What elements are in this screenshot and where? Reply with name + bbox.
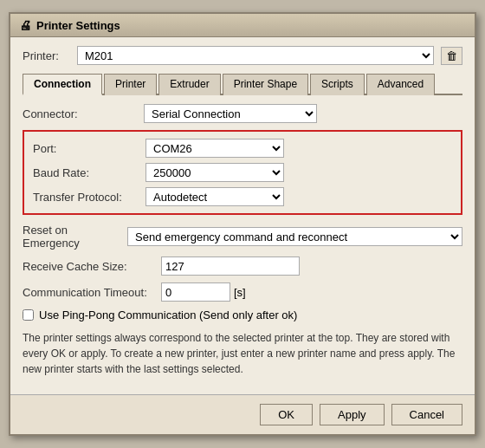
dialog-title: Printer Settings (36, 19, 120, 32)
port-select[interactable]: COM26 (146, 139, 284, 158)
protocol-select[interactable]: Autodetect (146, 187, 284, 206)
printer-row: Printer: M201 🗑 (23, 46, 462, 65)
title-bar: 🖨 Printer Settings (10, 14, 475, 37)
tab-printer-shape[interactable]: Printer Shape (223, 74, 308, 95)
tab-advanced[interactable]: Advanced (366, 74, 435, 95)
printer-label: Printer: (23, 49, 70, 62)
printer-icon: 🖨 (19, 18, 31, 32)
serial-settings-box: Port: COM26 Baud Rate: 250000 Transfer P… (23, 130, 462, 215)
timeout-unit: [s] (234, 286, 246, 299)
protocol-row: Transfer Protocol: Autodetect (33, 187, 452, 206)
timeout-label: Communication Timeout: (23, 286, 161, 299)
printer-settings-dialog: 🖨 Printer Settings Printer: M201 🗑 Conne… (9, 12, 476, 436)
baud-select[interactable]: 250000 (146, 163, 284, 182)
cache-input[interactable] (161, 256, 300, 276)
baud-row: Baud Rate: 250000 (33, 163, 452, 182)
timeout-input[interactable] (161, 282, 230, 302)
delete-printer-button[interactable]: 🗑 (441, 47, 462, 65)
pingpong-label: Use Ping-Pong Communication (Send only a… (39, 308, 297, 321)
reset-select[interactable]: Send emergency command and reconnect (127, 227, 462, 246)
cache-row: Receive Cache Size: (23, 256, 462, 276)
tab-printer[interactable]: Printer (104, 74, 157, 95)
tab-connection[interactable]: Connection (23, 74, 102, 95)
cancel-button[interactable]: Cancel (391, 404, 462, 425)
printer-select[interactable]: M201 (77, 46, 434, 65)
connector-row: Connector: Serial Connection (23, 104, 462, 123)
timeout-row: Communication Timeout: [s] (23, 282, 462, 302)
reset-row: Reset on Emergency Send emergency comman… (23, 224, 462, 250)
apply-button[interactable]: Apply (320, 404, 385, 425)
pingpong-checkbox[interactable] (23, 309, 34, 321)
baud-label: Baud Rate: (33, 166, 146, 179)
connector-select[interactable]: Serial Connection (144, 104, 317, 123)
button-row: OK Apply Cancel (10, 394, 475, 434)
port-row: Port: COM26 (33, 139, 452, 158)
cache-label: Receive Cache Size: (23, 260, 161, 273)
port-label: Port: (33, 142, 146, 155)
connector-label: Connector: (23, 107, 144, 120)
tab-extruder[interactable]: Extruder (158, 74, 220, 95)
pingpong-row: Use Ping-Pong Communication (Send only a… (23, 308, 462, 321)
info-text: The printer settings always correspond t… (23, 330, 462, 377)
tabs-container: Connection Printer Extruder Printer Shap… (23, 72, 462, 95)
connection-section: Connector: Serial Connection Port: COM26… (23, 104, 462, 377)
protocol-label: Transfer Protocol: (33, 191, 146, 204)
dialog-body: Printer: M201 🗑 Connection Printer Extru… (10, 37, 475, 394)
reset-label: Reset on Emergency (23, 224, 127, 250)
tab-scripts[interactable]: Scripts (310, 74, 365, 95)
ok-button[interactable]: OK (260, 404, 313, 425)
